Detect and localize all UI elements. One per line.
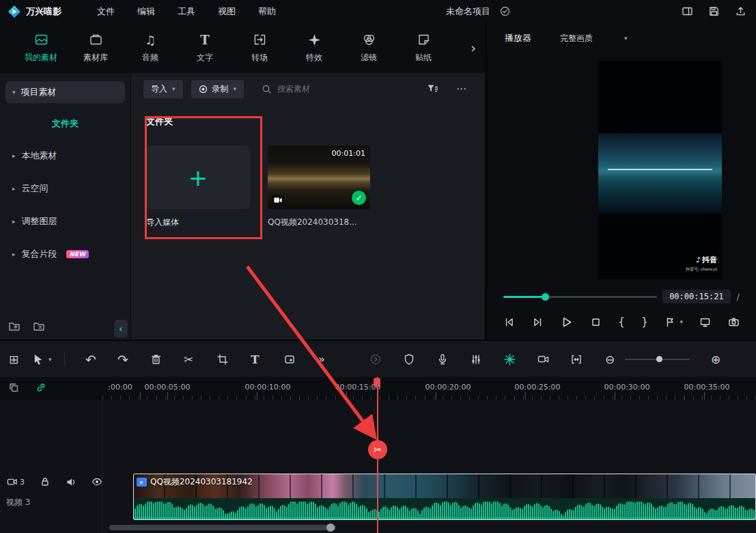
timeline-clip[interactable]: ▸ QQ视频20240303181942 xyxy=(133,474,756,520)
timeline-zoom-slider[interactable] xyxy=(625,359,690,360)
sidebar-item-cloud[interactable]: ▸ 云空间 xyxy=(5,177,125,200)
scissors-glyph: ✂ xyxy=(374,444,382,455)
slider-handle[interactable] xyxy=(542,293,549,301)
chroma-key-button[interactable] xyxy=(504,353,516,365)
search-box[interactable] xyxy=(262,84,352,94)
sidebar-item-label: 调整图层 xyxy=(22,215,57,228)
video-name: QQ视频2024030318... xyxy=(268,217,370,228)
more-options-button[interactable]: ⋯ xyxy=(456,83,467,95)
playhead-handle[interactable] xyxy=(374,378,380,387)
sidebar-item-label: 云空间 xyxy=(22,182,48,195)
menu-edit[interactable]: 编辑 xyxy=(137,5,155,18)
preview-video[interactable]: ♪ 抖音 抖音号: shencut xyxy=(598,61,722,279)
playback-slider[interactable] xyxy=(503,296,657,298)
tab-label: 音频 xyxy=(142,52,158,64)
caret-right-icon: ▸ xyxy=(12,152,16,159)
layout-icon[interactable] xyxy=(682,5,693,17)
track-header: 3 视频 3 xyxy=(0,400,102,533)
snapshot-button[interactable] xyxy=(728,316,740,328)
track-type-badge: 3 xyxy=(7,477,25,487)
stock-media-icon xyxy=(89,33,103,47)
crop-button[interactable] xyxy=(217,354,228,365)
filter-icon[interactable] xyxy=(426,83,438,95)
record-icon xyxy=(199,85,208,94)
play-button[interactable] xyxy=(560,316,573,329)
track-name: 视频 3 xyxy=(6,497,30,508)
select-tool-icon[interactable] xyxy=(33,353,44,365)
stop-button[interactable] xyxy=(590,316,602,328)
more-tools-button[interactable]: » xyxy=(318,354,325,365)
stabilize-button[interactable] xyxy=(404,353,415,365)
tab-filters[interactable]: 滤镜 xyxy=(341,23,396,73)
motion-button[interactable] xyxy=(369,353,382,366)
preview-area: ♪ 抖音 抖音号: shencut xyxy=(487,54,756,288)
sidebar-item-compound-clip[interactable]: ▸ 复合片段 NEW xyxy=(5,243,125,266)
tab-effects[interactable]: 特效 xyxy=(287,23,341,73)
music-note-icon: ♪ xyxy=(696,256,701,264)
video-thumbnail[interactable]: 00:01:01 ✓ xyxy=(268,146,370,209)
tab-label: 贴纸 xyxy=(415,52,432,64)
filmora-app: 万兴喵影 文件 编辑 工具 视图 帮助 未命名项目 我的素材 xyxy=(0,0,756,533)
tab-transitions[interactable]: 转场 xyxy=(232,23,287,73)
collapse-sidebar-button[interactable]: ‹ xyxy=(114,320,128,338)
display-button[interactable] xyxy=(699,316,711,328)
tab-stock-media[interactable]: 素材库 xyxy=(68,23,123,73)
text-tool-button[interactable]: T xyxy=(251,353,260,365)
sidebar-item-adjustment-layer[interactable]: ▸ 调整图层 xyxy=(5,210,125,233)
duplicate-icon[interactable] xyxy=(8,382,19,393)
menu-tools[interactable]: 工具 xyxy=(178,5,195,18)
voiceover-mic-button[interactable] xyxy=(437,353,448,365)
marker-button[interactable]: ▾ xyxy=(664,316,683,327)
text-icon: T xyxy=(200,33,209,47)
save-icon[interactable] xyxy=(708,5,720,17)
motion-track-button[interactable] xyxy=(537,354,549,365)
toolbar-divider xyxy=(64,353,65,366)
record-button[interactable]: 录制 ▾ xyxy=(191,80,244,98)
link-icon[interactable] xyxy=(36,382,46,393)
video-image xyxy=(598,133,722,214)
new-folder-icon[interactable] xyxy=(8,320,20,333)
caret-right-icon: ▸ xyxy=(12,218,16,225)
menu-help[interactable]: 帮助 xyxy=(258,5,276,18)
delete-folder-icon[interactable] xyxy=(33,320,45,333)
audio-mixer-button[interactable] xyxy=(471,354,481,365)
watermark-brand: 抖音 xyxy=(702,255,717,265)
zoom-out-button[interactable]: ⊖ xyxy=(605,353,615,365)
sidebar-item-folder[interactable]: 文件夹 xyxy=(5,113,125,135)
tab-my-media[interactable]: 我的素材 xyxy=(14,23,68,73)
caret-right-icon: ▸ xyxy=(12,185,16,192)
next-frame-button[interactable] xyxy=(532,316,544,328)
horizontal-scrollbar[interactable] xyxy=(109,525,336,530)
sidebar-item-local-media[interactable]: ▸ 本地素材 xyxy=(5,144,125,167)
search-input[interactable] xyxy=(277,84,352,94)
redo-button[interactable]: ↷ xyxy=(117,353,128,366)
more-tabs-chevron-icon[interactable]: › xyxy=(464,23,482,73)
scrollbar-handle[interactable] xyxy=(326,523,335,532)
ruler-label: 00:00:35:00 xyxy=(684,383,729,392)
mask-button[interactable] xyxy=(284,354,295,365)
delete-button[interactable] xyxy=(150,353,162,365)
split-scissors-button[interactable]: ✂ xyxy=(184,353,193,365)
mark-out-button[interactable]: } xyxy=(641,316,648,328)
fit-timeline-button[interactable] xyxy=(571,354,582,365)
menu-file[interactable]: 文件 xyxy=(97,5,115,18)
tab-audio[interactable]: ♫ 音频 xyxy=(123,23,178,73)
quality-dropdown[interactable]: 完整画质 ▾ xyxy=(560,33,628,44)
mute-speaker-icon[interactable] xyxy=(66,476,76,487)
import-button[interactable]: 导入 ▾ xyxy=(143,80,183,98)
playhead-scissors-icon[interactable]: ✂ xyxy=(368,440,387,459)
zoom-in-button[interactable]: ⊕ xyxy=(711,353,720,365)
select-tool-caret-icon[interactable]: ▾ xyxy=(48,356,52,362)
menu-view[interactable]: 视图 xyxy=(218,5,236,18)
track-manager-icon[interactable]: ⊞ xyxy=(9,353,18,365)
zoom-slider-handle[interactable] xyxy=(656,356,662,362)
eye-icon[interactable] xyxy=(92,476,102,487)
lock-icon[interactable] xyxy=(40,476,51,487)
tab-stickers[interactable]: 贴纸 xyxy=(396,23,451,73)
sidebar-item-project-media[interactable]: ▾ 项目素材 xyxy=(5,81,125,103)
previous-frame-button[interactable] xyxy=(503,316,515,328)
export-icon[interactable] xyxy=(735,5,746,17)
mark-in-button[interactable]: { xyxy=(618,316,625,328)
tab-text[interactable]: T 文字 xyxy=(178,23,232,73)
undo-button[interactable]: ↶ xyxy=(85,353,96,366)
